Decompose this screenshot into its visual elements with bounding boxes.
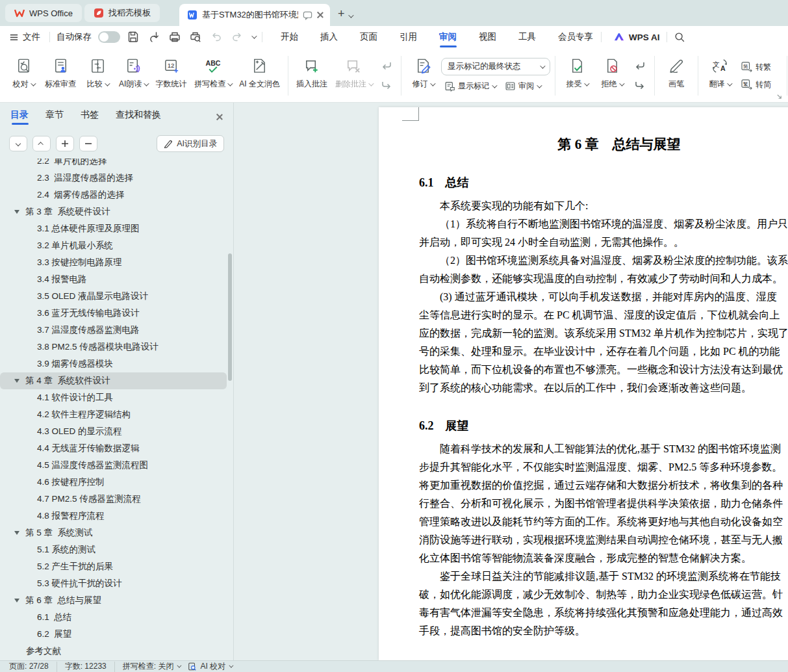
sidebar-scrollbar[interactable] <box>228 253 232 381</box>
track-changes-button[interactable]: 修订 <box>406 52 440 99</box>
ai-polish-button[interactable]: AI 全文润色 <box>236 52 283 99</box>
toc-item[interactable]: 4.2 软件主程序逻辑结构 <box>0 406 227 423</box>
menu-item-开始[interactable]: 开始 <box>279 27 299 47</box>
next-comment-button[interactable] <box>378 78 395 94</box>
sidebar-tab-contents[interactable]: 目录 <box>10 109 29 125</box>
toc-item[interactable]: 4.4 无线蓝牙传输数据逻辑 <box>0 440 227 457</box>
toc-collapse-all-button[interactable] <box>32 136 51 151</box>
tab-document-active[interactable]: 基于STM32的图书馆环境监 <box>179 4 330 26</box>
review-pane-button[interactable]: 审阅 <box>502 79 544 94</box>
toc-item[interactable]: 2.2 单片机的选择 <box>0 159 227 170</box>
sidebar-tab-chapters[interactable]: 章节 <box>45 109 64 125</box>
ink-pen-button[interactable]: 画笔 <box>659 52 693 99</box>
toc-expand-all-button[interactable] <box>9 136 27 151</box>
proofread-button[interactable]: 校对 <box>6 52 40 99</box>
toc-item[interactable]: 6.2 展望 <box>0 626 227 643</box>
toc-item[interactable]: 3.7 温湿度传感器监测电路 <box>0 322 227 339</box>
toc-item[interactable]: 5.1 系统的测试 <box>0 541 227 558</box>
accept-change-button[interactable]: 接受 <box>560 52 594 99</box>
sidebar-tab-find-replace[interactable]: 查找和替换 <box>116 109 161 125</box>
markup-state-dropdown[interactable]: 显示标记的最终状态 <box>441 58 550 75</box>
reject-change-button[interactable]: 拒绝 <box>595 52 629 99</box>
toc-item[interactable]: 5.3 硬件抗干扰的设计 <box>0 575 227 592</box>
to-traditional-button[interactable]: 简 转繁 <box>738 60 774 75</box>
menu-item-工具[interactable]: 工具 <box>517 27 537 47</box>
tab-wps-office[interactable]: WPS Office <box>5 4 82 22</box>
document-page[interactable]: 第 6 章 总结与展望 6.1 总结本系统要实现的功能有如下几个:（1）系统将自… <box>379 107 788 660</box>
spellcheck-status[interactable]: 拼写检查: 关闭 <box>123 661 181 672</box>
toc-item[interactable]: 2.3 温湿度传感器的选择 <box>0 170 227 187</box>
page-indicator[interactable]: 页面: 27/28 <box>9 661 49 672</box>
tab-list-caret-icon[interactable] <box>349 12 354 18</box>
undo-icon[interactable] <box>210 31 223 44</box>
toc-item[interactable]: 第 4 章 系统软件设计 <box>0 372 227 389</box>
tab-docer-templates[interactable]: 找稻壳模板 <box>84 4 160 22</box>
menu-item-审阅[interactable]: 审阅 <box>438 27 458 47</box>
to-simplified-button[interactable]: 繁 转简 <box>738 77 774 92</box>
ai-recognize-toc-button[interactable]: AI识别目录 <box>157 135 224 152</box>
autosave-toggle[interactable] <box>98 31 120 43</box>
new-tab-button[interactable]: + <box>338 8 345 19</box>
toc-item[interactable]: 参考文献 <box>0 643 227 660</box>
menu-item-引用[interactable]: 引用 <box>398 27 418 47</box>
history-caret-icon[interactable] <box>251 33 257 38</box>
translate-button[interactable]: 文A 翻译 <box>703 52 737 99</box>
menu-item-会员专享[interactable]: 会员专享 <box>557 27 594 47</box>
show-markup-button[interactable]: 显示标记 <box>441 79 499 94</box>
insert-comment-button[interactable]: 插入批注 <box>293 52 331 99</box>
toc-item[interactable]: 4.1 软件设计的工具 <box>0 389 227 406</box>
ai-read-aloud-button[interactable]: AI朗读 <box>116 52 151 99</box>
toc-item[interactable]: 第 6 章 总结与展望 <box>0 592 227 609</box>
toc-item[interactable]: 4.6 按键程序控制 <box>0 474 227 491</box>
delete-comment-button[interactable]: 删除批注 <box>332 52 375 99</box>
toc-item[interactable]: 3.1 总体硬件原理及原理图 <box>0 220 227 237</box>
print-preview-icon[interactable] <box>189 31 202 44</box>
toc-item[interactable]: 3.4 报警电路 <box>0 271 227 288</box>
save-icon[interactable] <box>127 31 140 44</box>
menu-item-视图[interactable]: 视图 <box>477 27 498 47</box>
standard-review-button[interactable]: 标准审查 <box>42 52 79 99</box>
previous-change-button[interactable] <box>631 58 648 74</box>
toc-item[interactable]: 4.7 PM2.5 传感器监测流程 <box>0 491 227 508</box>
toc-item[interactable]: 3.5 OLED 液晶显示电路设计 <box>0 288 227 305</box>
print-icon[interactable] <box>168 31 181 44</box>
toc-item[interactable]: 5.2 产生干扰的后果 <box>0 558 227 575</box>
word-count-button[interactable]: 12 字数统计 <box>152 52 190 99</box>
export-icon[interactable] <box>147 31 160 44</box>
toc-zoom-out-button[interactable] <box>79 136 97 151</box>
next-change-button[interactable] <box>631 78 648 94</box>
redo-icon[interactable] <box>231 31 244 44</box>
toc-item[interactable]: 3.2 单片机最小系统 <box>0 237 227 254</box>
collapse-arrow-icon[interactable] <box>14 379 19 383</box>
collapse-arrow-icon[interactable] <box>14 599 19 602</box>
toc-item[interactable]: 4.5 温湿度传感器监测流程图 <box>0 457 227 474</box>
word-count-indicator[interactable]: 字数: 12233 <box>65 661 107 672</box>
toc-zoom-in-button[interactable] <box>56 136 74 151</box>
tab-comment-icon[interactable] <box>303 10 312 20</box>
toc-item[interactable]: 2.4 烟雾传感器的选择 <box>0 187 227 203</box>
menu-item-插入[interactable]: 插入 <box>319 27 339 47</box>
toc-item[interactable]: 第 5 章 系统测试 <box>0 524 227 541</box>
menu-item-页面[interactable]: 页面 <box>359 27 379 47</box>
previous-comment-button[interactable] <box>378 58 395 74</box>
search-icon[interactable] <box>674 31 685 43</box>
toc-item[interactable]: 4.3 OLED 的显示流程 <box>0 423 227 440</box>
toc-item[interactable]: 4.8 报警程序流程 <box>0 508 227 524</box>
toc-item[interactable]: 3.9 烟雾传感器模块 <box>0 355 227 372</box>
toc-item[interactable]: 第 3 章 系统硬件设计 <box>0 203 227 220</box>
sidebar-close-icon[interactable] <box>216 114 223 120</box>
ai-proofread-status[interactable]: AI 校对 <box>188 661 232 672</box>
toc-item[interactable]: 6.1 总结 <box>0 609 227 626</box>
collapse-arrow-icon[interactable] <box>14 531 19 535</box>
collapse-arrow-icon[interactable] <box>14 210 19 214</box>
group-expand-icon[interactable] <box>776 94 782 99</box>
compare-button[interactable]: 比较 <box>81 52 114 99</box>
toc-item[interactable]: 3.3 按键控制电路原理 <box>0 254 227 271</box>
sidebar-tab-bookmarks[interactable]: 书签 <box>81 109 99 125</box>
toc-item[interactable]: 3.8 PM2.5 传感器模块电路设计 <box>0 339 227 355</box>
tab-close-icon[interactable] <box>317 12 324 18</box>
spell-check-button[interactable]: ABC 拼写检查 <box>191 52 235 99</box>
toc-item[interactable]: 3.6 蓝牙无线传输电路设计 <box>0 305 227 322</box>
file-menu[interactable]: 文件 <box>6 31 43 43</box>
wps-ai-button[interactable]: WPS AI <box>613 32 660 42</box>
